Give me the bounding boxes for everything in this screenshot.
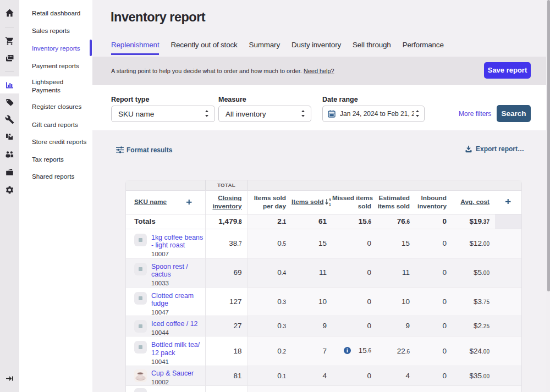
svg-text:9: 9	[329, 198, 331, 202]
svg-text:1: 1	[329, 202, 331, 206]
